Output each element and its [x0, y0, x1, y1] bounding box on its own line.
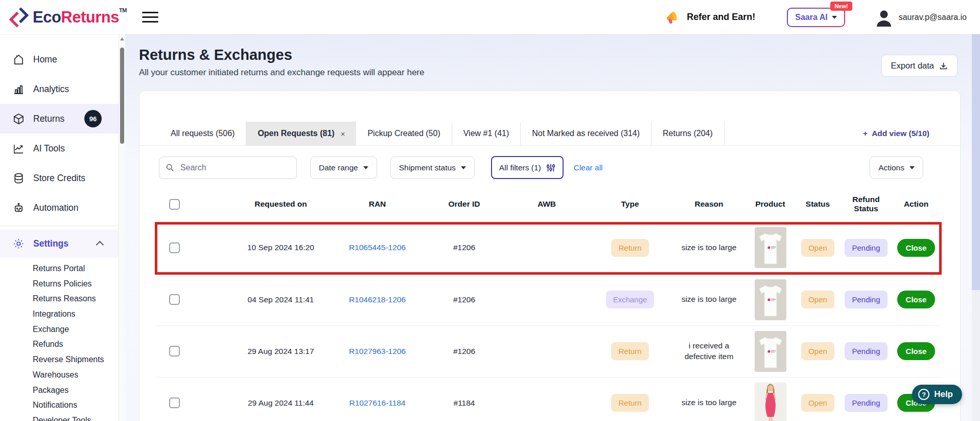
hamburger-menu-icon[interactable]	[142, 9, 158, 26]
awb-cell	[506, 325, 588, 377]
row-checkbox[interactable]	[169, 294, 180, 305]
sidebar-item-label: Home	[33, 54, 57, 65]
returns-count-badge: 96	[84, 110, 102, 127]
close-tab-icon[interactable]: ×	[341, 129, 345, 138]
package-icon	[13, 113, 25, 125]
megaphone-icon	[663, 9, 681, 26]
sidebar-item-ai-tools[interactable]: AI Tools	[0, 134, 125, 163]
sidebar-item-analytics[interactable]: Analytics	[0, 74, 125, 104]
refer-and-earn[interactable]: Refer and Earn!	[663, 9, 755, 26]
tab-open-requests[interactable]: Open Requests (81) ×	[246, 122, 356, 145]
sidebar-item-label: Returns	[33, 114, 64, 124]
sidebar-item-settings[interactable]: Settings	[0, 229, 125, 258]
clear-all-link[interactable]: Clear all	[574, 163, 603, 172]
ran-link[interactable]: R1046218-1206	[349, 295, 406, 304]
page-title: Returns & Exchanges	[139, 47, 972, 63]
sidebar-item-label: AI Tools	[33, 143, 65, 154]
awb-cell	[506, 377, 588, 421]
order-id-cell: #1184	[423, 377, 506, 421]
product-image[interactable]	[755, 227, 786, 268]
status-badge: Open	[801, 394, 834, 412]
sidebar-item-automation[interactable]: Automation	[0, 193, 125, 223]
refund-status-badge: Pending	[845, 291, 887, 308]
col-ran: RAN	[332, 186, 423, 222]
col-order-id: Order ID	[423, 186, 506, 222]
ran-link[interactable]: R1065445-1206	[349, 243, 406, 252]
page-scrollbar[interactable]	[972, 34, 980, 421]
requested-on-cell: 04 Sep 2024 11:41	[229, 274, 332, 325]
col-requested-on: Requested on	[229, 186, 332, 222]
table-row: 29 Aug 2024 11:44 R1027616-1184 #1184 Re…	[156, 377, 941, 421]
tab-returns[interactable]: Returns (204)	[651, 122, 725, 145]
product-image[interactable]	[755, 279, 786, 320]
row-checkbox[interactable]	[169, 242, 180, 253]
avatar[interactable]	[874, 7, 894, 28]
row-checkbox[interactable]	[169, 346, 180, 357]
ran-link[interactable]: R1027963-1206	[349, 347, 406, 356]
sidebar-scrollbar-thumb[interactable]	[120, 48, 124, 144]
add-view-button[interactable]: + Add view (5/10)	[863, 122, 929, 145]
table-row: 04 Sep 2024 11:41 R1046218-1206 #1206 Ex…	[156, 274, 941, 325]
select-all-checkbox[interactable]	[169, 199, 180, 210]
type-badge: Return	[611, 394, 648, 412]
scroll-up-arrow-icon[interactable]	[120, 37, 124, 40]
status-badge: Open	[801, 342, 834, 360]
sidebar-item-label: Automation	[33, 203, 79, 213]
brand-logo[interactable]: EcoReturnsTM	[0, 6, 127, 29]
reason-cell: size is too large	[672, 222, 745, 274]
sidebar-item-label: Store Credits	[33, 173, 85, 184]
tab-not-marked-received[interactable]: Not Marked as received (314)	[521, 122, 651, 145]
sidebar-subitem-integrations[interactable]: Integrations	[0, 306, 125, 322]
ran-link[interactable]: R1027616-1184	[349, 398, 405, 407]
sidebar-subitem-exchange[interactable]: Exchange	[0, 322, 125, 337]
table-row: 10 Sep 2024 16:20 R1065445-1206 #1206 Re…	[156, 222, 941, 274]
close-request-button[interactable]: Close	[897, 239, 936, 257]
saara-ai-dropdown[interactable]: Saara AI	[788, 9, 844, 26]
sidebar-subitem-returns-reasons[interactable]: Returns Reasons	[0, 291, 125, 306]
page-scrollbar-thumb[interactable]	[972, 34, 980, 290]
sidebar-item-label: Analytics	[33, 84, 69, 95]
help-button[interactable]: ? Help	[912, 385, 962, 404]
shipment-status-dropdown[interactable]: Shipment status	[390, 157, 475, 179]
export-data-button[interactable]: Export data	[881, 55, 958, 77]
sidebar-scrollbar[interactable]	[119, 34, 125, 421]
status-badge: Open	[801, 239, 834, 257]
coins-icon	[13, 172, 25, 184]
robot-icon	[13, 202, 25, 214]
sidebar-subitem-returns-portal[interactable]: Returns Portal	[0, 261, 125, 276]
sidebar-subitem-notifications[interactable]: Notifications	[0, 397, 125, 413]
sidebar-subitem-developer-tools[interactable]: Developer Tools	[0, 413, 125, 421]
tab-view-1[interactable]: View #1 (41)	[452, 122, 521, 145]
product-image[interactable]	[755, 383, 786, 421]
sidebar-subitem-reverse-shipments[interactable]: Reverse Shipments	[0, 352, 125, 367]
search-input[interactable]	[179, 163, 290, 173]
date-range-dropdown[interactable]: Date range	[310, 157, 377, 179]
requested-on-cell: 29 Aug 2024 11:44	[229, 377, 332, 421]
close-request-button[interactable]: Close	[897, 291, 936, 308]
sidebar-item-store-credits[interactable]: Store Credits	[0, 163, 125, 193]
trademark-symbol: TM	[119, 7, 127, 13]
actions-dropdown[interactable]: Actions	[870, 157, 923, 179]
col-awb: AWB	[506, 186, 588, 222]
product-image[interactable]	[755, 331, 786, 372]
sidebar-item-returns[interactable]: Returns 96	[0, 104, 125, 134]
settings-label: Settings	[33, 238, 68, 249]
all-filters-button[interactable]: All filters (1)	[491, 156, 564, 179]
awb-cell	[506, 222, 588, 274]
type-badge: Return	[611, 239, 648, 257]
sidebar-subitem-returns-policies[interactable]: Returns Policies	[0, 276, 125, 292]
row-checkbox[interactable]	[169, 397, 180, 408]
sidebar-subitem-packages[interactable]: Packages	[0, 383, 125, 398]
col-product: Product	[745, 186, 795, 222]
sidebar-item-home[interactable]: Home	[0, 45, 125, 74]
order-id-cell: #1206	[423, 222, 506, 274]
sidebar-subitem-refunds[interactable]: Refunds	[0, 337, 125, 352]
reason-cell: i received a defective item	[672, 325, 745, 377]
close-request-button[interactable]: Close	[897, 342, 936, 360]
search-box[interactable]	[159, 157, 297, 179]
sidebar-subitem-warehouses[interactable]: Warehouses	[0, 367, 125, 383]
tab-pickup-created[interactable]: Pickup Created (50)	[356, 122, 452, 145]
new-badge: New!	[830, 2, 852, 11]
type-badge: Exchange	[606, 291, 655, 308]
tab-all-requests[interactable]: All requests (506)	[159, 122, 246, 145]
